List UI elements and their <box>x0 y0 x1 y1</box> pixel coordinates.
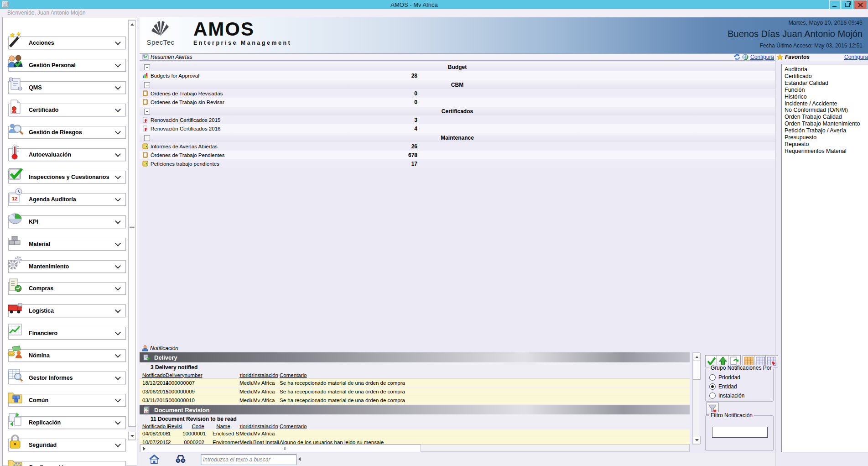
scroll-up-button[interactable] <box>128 20 136 28</box>
favorite-item-presupuesto[interactable]: Presupuesto <box>785 134 868 141</box>
agenda-auditoria-icon: 12 <box>6 188 24 205</box>
alert-row[interactable]: Órdenes de Trabajo Pendientes 678 <box>140 151 775 159</box>
acciones-icon <box>6 31 24 48</box>
close-button[interactable] <box>854 0 867 10</box>
chevron-down-icon <box>115 308 121 314</box>
table-row[interactable]: 03/06/20151000000009MediumMv AfricaSe ha… <box>140 387 690 396</box>
chevron-down-icon <box>115 441 121 447</box>
column-header-revision-no[interactable]: Revision No. <box>168 424 182 429</box>
table-row[interactable]: 03/11/20151000000010MediumMv AfricaSe ha… <box>140 396 690 404</box>
header-banner: SpecTec AMOS Enterprise Management Marte… <box>140 17 868 54</box>
column-header-comentario[interactable]: Comentario <box>280 424 690 429</box>
alert-row[interactable]: Ordenes de Trabajo Revisadas 0 <box>140 89 775 98</box>
sidebar-item-compras: Compras <box>6 277 126 296</box>
scroll-down-button[interactable] <box>693 436 701 444</box>
document-revision-table: 11 Document Revision to be read Notifica… <box>140 414 690 444</box>
collapse-icon[interactable] <box>144 135 150 141</box>
collapse-icon[interactable] <box>144 64 150 70</box>
favorite-item-orden-trabajo-mantenimiento[interactable]: Orden Trabajo Mantenimiento <box>785 120 868 127</box>
scroll-right-button[interactable] <box>140 445 148 452</box>
column-header-code[interactable]: Code <box>182 424 207 429</box>
alert-row[interactable]: Informes de Averías Abiertas 26 <box>140 142 775 151</box>
collapse-arrow-icon[interactable] <box>298 457 301 461</box>
binoculars-icon[interactable] <box>175 454 186 464</box>
alert-value: 17 <box>383 161 417 167</box>
favorite-item-incidente-accidente[interactable]: Incidente / Accidente <box>785 100 868 107</box>
refresh-icon[interactable] <box>734 54 740 60</box>
configuracion-icon <box>6 456 24 466</box>
collapse-icon[interactable] <box>144 82 150 88</box>
column-header-notificado-en[interactable]: Notificado En <box>142 372 166 378</box>
document-revision-section-header[interactable]: 1.2 Document Revision <box>140 405 690 414</box>
search-input[interactable] <box>201 454 296 465</box>
gestor-informes-icon <box>6 366 24 383</box>
alert-row[interactable]: Renovación Certificados 2016 4 <box>140 124 775 133</box>
sidebar-item-qms: QMS <box>6 76 126 95</box>
scrollbar-thumb[interactable] <box>148 445 421 452</box>
alert-row[interactable]: Budgets for Approval 28 <box>140 71 775 80</box>
favorite-item-requerimientos-material[interactable]: Requerimientos Material <box>785 148 868 155</box>
sidebar-item-gestion-personal: Gestión Personal <box>6 53 126 73</box>
horizontal-scrollbar[interactable] <box>140 444 690 452</box>
radio-prioridad[interactable]: Prioridad <box>709 373 744 382</box>
column-header-prioridad[interactable]: Prioridad <box>239 372 253 378</box>
globe-icon[interactable] <box>742 54 748 60</box>
alert-group-header: Maintenance <box>140 133 775 143</box>
filter-input[interactable] <box>712 427 768 438</box>
notification-options-panel: Grupo Notificaciones Por PrioridadEntida… <box>702 352 775 452</box>
favorite-item-funcion[interactable]: Función <box>785 87 868 94</box>
favorite-item-peticion-trabajo-averia[interactable]: Petición Trabajo / Avería <box>785 127 868 134</box>
chevron-down-icon <box>115 374 121 380</box>
column-header-deliverynumber[interactable]: Deliverynumber <box>166 372 239 378</box>
table-row[interactable]: 04/08/2008110000001Enclosed Space EMediu… <box>140 429 690 438</box>
vertical-scrollbar[interactable] <box>692 352 700 445</box>
alert-row[interactable]: Renovación Certificados 2015 3 <box>140 115 775 124</box>
favorite-item-repuesto[interactable]: Repuesto <box>785 141 868 148</box>
table-row[interactable]: 18/12/20141000000007MediumMv AfricaSe ha… <box>140 379 690 387</box>
alert-value: 678 <box>383 152 417 158</box>
radio-instalacion[interactable]: Instalación <box>709 391 744 400</box>
column-header-comentario[interactable]: Comentario <box>280 372 690 378</box>
scroll-up-button[interactable] <box>693 353 701 361</box>
delivery-section-header[interactable]: Delivery <box>140 352 690 362</box>
notification-title: Notificación <box>142 345 178 351</box>
favorite-item-no-conformidad-o-n-m[interactable]: No Conformidad (O/N/M) <box>785 107 868 114</box>
scroll-down-button[interactable] <box>128 432 136 440</box>
seguridad-icon <box>6 433 24 450</box>
sidebar-item-acciones: Acciones <box>6 31 126 50</box>
gestion-riesgos-icon <box>6 120 24 138</box>
favorite-item-estandar-calidad[interactable]: Estándar Calidad <box>785 80 868 87</box>
chevron-down-icon <box>115 39 121 45</box>
column-header-notificado-en[interactable]: Notificado En <box>142 424 168 429</box>
sidebar-item-replicacion: Replicación <box>6 411 126 430</box>
favorite-item-auditoria[interactable]: Auditoría <box>785 66 868 73</box>
maximize-button[interactable] <box>842 0 853 10</box>
favorite-item-historico[interactable]: Histórico <box>785 94 868 100</box>
column-header-instalacion[interactable]: Instalación <box>253 424 280 429</box>
column-header-prioridad[interactable]: Prioridad <box>239 424 253 429</box>
minimize-button[interactable] <box>829 0 841 10</box>
favorites-configure-link[interactable]: Configura <box>844 54 868 60</box>
financiero-icon <box>6 321 24 339</box>
column-header-instalacion[interactable]: Instalación <box>253 372 280 378</box>
nomina-icon <box>6 344 24 361</box>
favorite-item-certificado[interactable]: Certificado <box>785 73 868 80</box>
home-icon[interactable] <box>149 454 160 465</box>
svg-text:1.2: 1.2 <box>145 410 148 413</box>
alert-row[interactable]: Peticiones trabajo pendientes 17 <box>140 159 775 168</box>
favorite-item-orden-trabajo-calidad[interactable]: Orden Trabajo Calidad <box>785 114 868 120</box>
alert-row[interactable]: Ordenes de Trabajo sin Revisar 0 <box>140 98 775 106</box>
spectec-logo: SpecTec <box>146 19 175 51</box>
scrollbar-thumb[interactable] <box>128 28 136 427</box>
radio-entidad[interactable]: Entidad <box>709 382 744 391</box>
report-icon <box>142 161 148 167</box>
table-row[interactable]: 10/07/201520000202Environmental PolMediu… <box>140 438 690 444</box>
sidebar-scrollbar[interactable] <box>128 20 135 440</box>
column-header-name[interactable]: Name <box>207 424 239 429</box>
scrollbar-thumb[interactable] <box>693 361 701 380</box>
spectec-logo-icon <box>150 20 171 38</box>
qms-icon <box>6 76 24 93</box>
collapse-icon[interactable] <box>144 109 150 115</box>
alerts-configure-link[interactable]: Configura <box>750 54 774 60</box>
person-icon <box>142 345 148 351</box>
